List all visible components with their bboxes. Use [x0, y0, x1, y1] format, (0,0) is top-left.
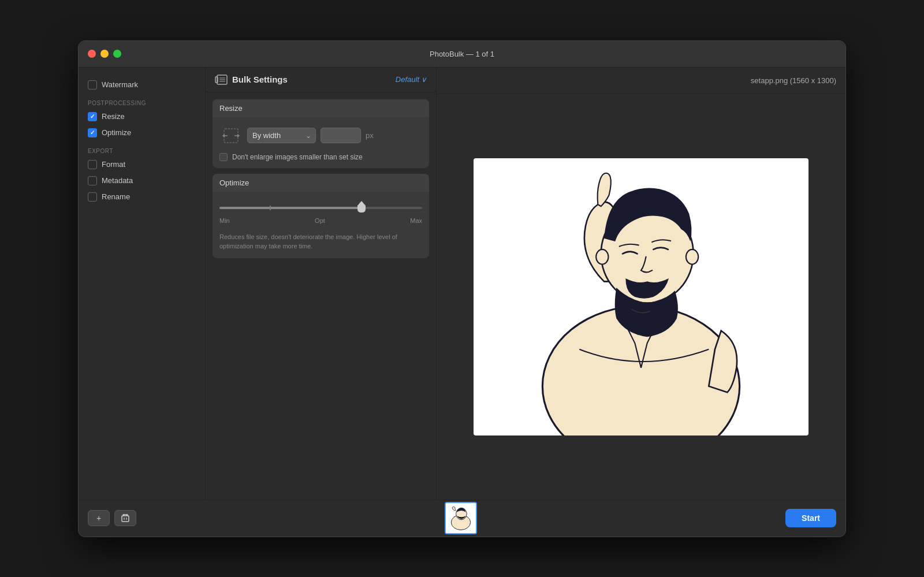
trash-icon	[121, 513, 130, 523]
sidebar-item-format[interactable]: Format	[79, 157, 205, 173]
image-header: setapp.png (1560 x 1300)	[437, 68, 845, 94]
maximize-button[interactable]	[113, 50, 121, 58]
format-checkbox[interactable]	[88, 160, 97, 169]
slider-opt-label: Opt	[315, 217, 325, 224]
postprocessing-section-label: POSTPROCESSING	[79, 93, 205, 109]
slider-thumb-icon	[357, 201, 366, 213]
watermark-checkbox[interactable]	[88, 80, 97, 90]
optimize-checkbox[interactable]	[88, 128, 97, 137]
chevron-down-icon: ∨	[421, 75, 427, 84]
svg-point-13	[686, 249, 698, 264]
sidebar-item-watermark[interactable]: Watermark	[79, 77, 205, 93]
rename-checkbox[interactable]	[88, 192, 97, 202]
traffic-lights	[88, 50, 121, 58]
sidebar-item-resize[interactable]: Resize	[79, 109, 205, 125]
panel-header: Bulk Settings Default ∨	[206, 68, 436, 92]
px-unit-label: px	[366, 131, 374, 140]
slider-container: Min Opt Max	[219, 199, 422, 229]
sidebar-item-metadata[interactable]: Metadata	[79, 173, 205, 189]
resize-icon	[219, 124, 243, 147]
center-panel: Bulk Settings Default ∨ Resize	[206, 68, 437, 500]
image-preview	[437, 94, 845, 500]
metadata-label: Metadata	[102, 176, 133, 185]
slider-tick-opt	[270, 206, 271, 210]
by-width-dropdown-wrapper[interactable]: By width By height By long edge By short…	[247, 128, 316, 143]
rename-label: Rename	[102, 192, 130, 201]
default-dropdown[interactable]: Default ∨	[396, 75, 427, 84]
panel-title-container: Bulk Settings	[215, 75, 288, 85]
default-label: Default	[396, 75, 419, 84]
dont-enlarge-checkbox[interactable]	[219, 153, 228, 161]
panel-title-text: Bulk Settings	[232, 75, 288, 84]
add-button[interactable]: +	[88, 510, 110, 526]
slider-min-label: Min	[219, 217, 230, 224]
slider-max-label: Max	[410, 217, 422, 224]
dont-enlarge-row: Don't enlarge images smaller than set si…	[219, 153, 422, 161]
export-section-label: EXPORT	[79, 141, 205, 157]
resize-label: Resize	[102, 112, 125, 121]
optimize-card: Optimize	[213, 174, 429, 258]
image-panel: setapp.png (1560 x 1300)	[437, 68, 845, 500]
slider-fill	[219, 207, 362, 209]
svg-rect-14	[122, 516, 129, 522]
resize-card-body: By width By height By long edge By short…	[213, 117, 429, 168]
preview-illustration	[474, 158, 808, 435]
optimize-label: Optimize	[102, 128, 131, 137]
bottom-bar: +	[79, 500, 845, 537]
sidebar-item-optimize[interactable]: Optimize	[79, 125, 205, 141]
window-title: PhotoBulk — 1 of 1	[430, 50, 494, 58]
app-window: PhotoBulk — 1 of 1 Watermark POSTPROCESS…	[78, 40, 846, 537]
image-filename: setapp.png (1560 x 1300)	[751, 76, 836, 85]
thumbnail-preview	[446, 503, 476, 533]
metadata-checkbox[interactable]	[88, 176, 97, 185]
dont-enlarge-label: Don't enlarge images smaller than set si…	[232, 153, 363, 161]
sidebar: Watermark POSTPROCESSING Resize Optimize…	[79, 68, 206, 500]
thumbnail-item[interactable]	[445, 502, 477, 534]
titlebar: PhotoBulk — 1 of 1	[79, 41, 845, 68]
svg-marker-9	[237, 134, 240, 137]
svg-rect-1	[215, 77, 218, 83]
sidebar-item-rename[interactable]: Rename	[79, 189, 205, 205]
start-button[interactable]: Start	[785, 509, 836, 527]
resize-controls: By width By height By long edge By short…	[219, 124, 422, 147]
panel-body: Resize	[206, 92, 436, 265]
svg-marker-7	[222, 134, 225, 137]
bottom-left: +	[88, 510, 136, 526]
image-canvas	[474, 158, 808, 435]
delete-button[interactable]	[114, 510, 136, 526]
slider-thumb[interactable]	[357, 201, 366, 215]
main-content: Watermark POSTPROCESSING Resize Optimize…	[79, 68, 845, 500]
resize-card-title: Resize	[213, 99, 429, 117]
format-label: Format	[102, 160, 125, 169]
px-input[interactable]	[321, 128, 361, 143]
resize-arrows-icon	[219, 124, 243, 147]
resize-checkbox[interactable]	[88, 112, 97, 121]
thumbnail-strip	[445, 502, 477, 534]
optimize-description: Reduces file size, doesn't deteriorate t…	[219, 232, 422, 251]
optimize-card-body: Min Opt Max Reduces file size, doesn't d…	[213, 192, 429, 258]
svg-point-12	[596, 249, 608, 264]
minimize-button[interactable]	[100, 50, 109, 58]
slider-labels: Min Opt Max	[219, 217, 422, 224]
optimize-card-title: Optimize	[213, 174, 429, 192]
watermark-label: Watermark	[102, 80, 138, 89]
by-width-dropdown[interactable]: By width By height By long edge By short…	[247, 128, 316, 143]
bulk-settings-icon	[215, 75, 228, 85]
close-button[interactable]	[88, 50, 96, 58]
add-icon: +	[96, 513, 101, 523]
resize-card: Resize	[213, 99, 429, 168]
